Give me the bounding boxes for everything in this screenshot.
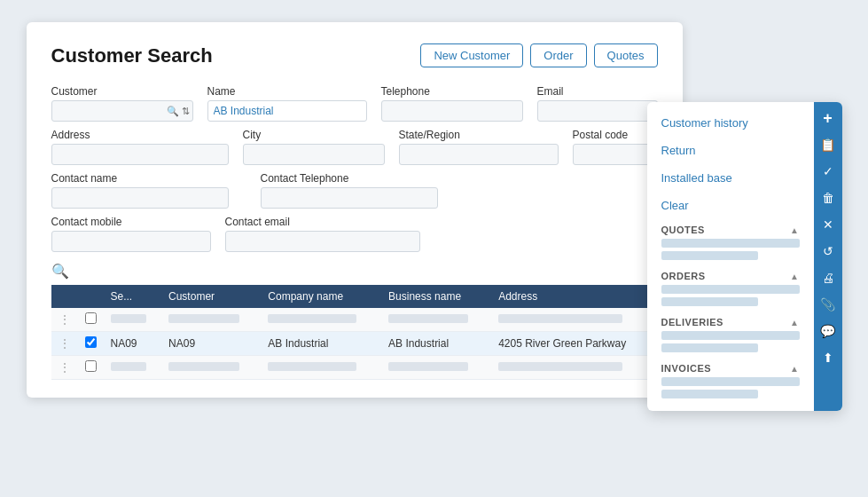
table-row: ⋮ NA09 NA09 AB Industrial AB Industrial … [51, 332, 658, 356]
state-input[interactable] [399, 144, 559, 165]
contact-mobile-input[interactable] [51, 231, 211, 252]
row-checkbox-cell[interactable] [78, 356, 104, 380]
name-field-group: Name AB Industrial [207, 85, 367, 122]
panel-section-deliveries: DELIVERIES ▲ [647, 312, 814, 358]
check-icon: ✓ [823, 164, 833, 178]
panel-scroll[interactable]: Customer history Return Installed base C… [647, 102, 814, 411]
orders-section-header[interactable]: ORDERS ▲ [661, 271, 800, 281]
customer-input-wrapper: 🔍 ⇅ [51, 100, 193, 122]
new-customer-button[interactable]: New Customer [420, 43, 523, 67]
order-button[interactable]: Order [530, 43, 586, 67]
col-dots [51, 285, 78, 308]
name-label: Name [207, 85, 367, 98]
row-id-cell [104, 308, 162, 332]
invoices-chevron: ▲ [790, 364, 799, 374]
deliveries-label: DELIVERIES [661, 317, 723, 327]
document-toolbar-btn[interactable]: 📋 [816, 132, 841, 157]
invoices-row-1 [661, 377, 800, 386]
row-business-cell [381, 356, 491, 380]
telephone-label: Telephone [381, 85, 523, 98]
customer-icons: 🔍 ⇅ [167, 106, 190, 117]
row-checkbox[interactable] [85, 312, 97, 324]
panel-item-installed-base[interactable]: Installed base [647, 164, 814, 192]
deliveries-section-header[interactable]: DELIVERIES ▲ [661, 317, 800, 327]
refresh-icon: ↺ [823, 244, 833, 258]
contact-telephone-input[interactable] [261, 187, 438, 209]
check-toolbar-btn[interactable]: ✓ [816, 159, 841, 184]
row-address-cell [491, 308, 657, 332]
address-input[interactable] [51, 144, 229, 165]
col-business: Business name [381, 285, 491, 308]
state-field-group: State/Region [399, 129, 559, 165]
city-input[interactable] [243, 144, 385, 165]
close-toolbar-btn[interactable]: ✕ [816, 212, 841, 237]
row-dots[interactable]: ⋮ [51, 332, 78, 356]
contact-telephone-field-group: Contact Telephone [261, 172, 658, 209]
print-icon: 🖨 [822, 271, 834, 285]
panel-item-clear[interactable]: Clear [647, 192, 814, 219]
address-label: Address [51, 129, 229, 141]
main-container: Customer Search New Customer Order Quote… [27, 22, 842, 475]
right-toolbar: + 📋 ✓ 🗑 ✕ ↺ 🖨 📎 💬 ⬆ [814, 102, 842, 411]
panel-item-customer-history[interactable]: Customer history [647, 109, 814, 137]
upload-icon: ⬆ [823, 351, 833, 365]
row-company-cell [261, 356, 381, 380]
deliveries-row-1 [661, 331, 800, 340]
add-toolbar-btn[interactable]: + [816, 106, 841, 130]
right-panel: Customer history Return Installed base C… [647, 102, 842, 411]
customer-field-group: Customer 🔍 ⇅ [51, 85, 193, 122]
orders-row-1 [661, 285, 800, 294]
col-id: Se... [104, 285, 162, 308]
trash-toolbar-btn[interactable]: 🗑 [816, 185, 841, 210]
search-icon[interactable]: 🔍 [167, 106, 179, 117]
row-customer-cell [161, 356, 261, 380]
contact-name-input[interactable] [51, 187, 229, 209]
row-dots[interactable]: ⋮ [51, 356, 78, 380]
address-field-group: Address [51, 129, 229, 165]
quotes-chevron: ▲ [790, 225, 799, 235]
search-row: 🔍 [51, 263, 658, 280]
row-checkbox[interactable] [85, 336, 97, 348]
state-label: State/Region [399, 129, 559, 141]
row-dots[interactable]: ⋮ [51, 308, 78, 332]
panel-item-return[interactable]: Return [647, 137, 814, 164]
row-customer-cell [161, 308, 261, 332]
print-toolbar-btn[interactable]: 🖨 [816, 265, 841, 290]
plus-icon: + [823, 109, 833, 128]
col-select [78, 285, 104, 308]
orders-chevron: ▲ [790, 272, 799, 281]
contact-mobile-label: Contact mobile [51, 216, 211, 228]
comment-icon: 💬 [820, 324, 835, 338]
row-checkbox-cell[interactable] [78, 308, 104, 332]
upload-toolbar-btn[interactable]: ⬆ [816, 345, 841, 370]
table-header-row: Se... Customer Company name Business nam… [51, 285, 658, 308]
form-row-4: Contact mobile Contact email [51, 216, 658, 252]
contact-name-field-group: Contact name [51, 172, 246, 209]
sort-icon[interactable]: ⇅ [182, 106, 190, 117]
row-business-cell [381, 308, 491, 332]
orders-label: ORDERS [661, 271, 706, 281]
trash-icon: 🗑 [822, 191, 834, 205]
name-input[interactable]: AB Industrial [207, 100, 367, 122]
comment-toolbar-btn[interactable]: 💬 [816, 319, 841, 343]
row-checkbox[interactable] [85, 360, 97, 372]
email-input[interactable] [537, 100, 658, 122]
quotes-label: QUOTES [661, 225, 705, 235]
quotes-button[interactable]: Quotes [594, 43, 658, 67]
row-checkbox-cell[interactable] [78, 332, 104, 356]
deliveries-row-2 [661, 343, 758, 352]
contact-telephone-label: Contact Telephone [261, 172, 658, 185]
email-field-group: Email [537, 85, 658, 122]
search-button[interactable]: 🔍 [51, 263, 69, 280]
refresh-toolbar-btn[interactable]: ↺ [816, 239, 841, 264]
telephone-input[interactable] [381, 100, 523, 122]
email-label: Email [537, 85, 658, 98]
col-company: Company name [261, 285, 381, 308]
paperclip-toolbar-btn[interactable]: 📎 [816, 292, 841, 317]
invoices-section-header[interactable]: INVOICES ▲ [661, 363, 800, 374]
quotes-section-header[interactable]: QUOTES ▲ [661, 225, 800, 235]
table-row: ⋮ [51, 308, 658, 332]
contact-email-input[interactable] [225, 231, 420, 252]
row-id-cell: NA09 [104, 332, 162, 356]
panel-section-invoices: INVOICES ▲ [647, 358, 814, 404]
